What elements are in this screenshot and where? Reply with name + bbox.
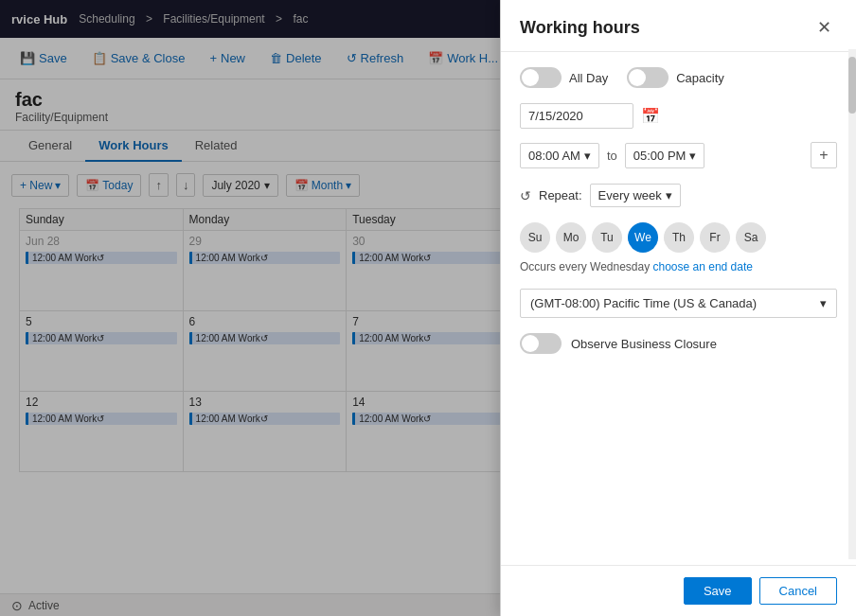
repeat-icon: ↺ (520, 188, 531, 203)
timezone-value: (GMT-08:00) Pacific Time (US & Canada) (530, 296, 757, 310)
panel-body: All Day Capacity 📅 08:00 AM ▾ (501, 52, 856, 565)
all-day-toggle-item: All Day (520, 67, 608, 88)
side-panel: Working hours ✕ All Day Capacity (500, 0, 856, 616)
timezone-chevron: ▾ (820, 296, 827, 310)
add-time-button[interactable]: + (811, 142, 837, 168)
day-saturday[interactable]: Sa (736, 222, 766, 253)
time-from-value: 08:00 AM (528, 149, 580, 163)
day-monday[interactable]: Mo (556, 222, 586, 253)
panel-header: Working hours ✕ (501, 0, 856, 52)
time-to-value: 05:00 PM (633, 149, 687, 163)
business-closure: Observe Business Closure (520, 333, 837, 354)
timezone-select[interactable]: (GMT-08:00) Pacific Time (US & Canada) ▾ (520, 289, 837, 318)
panel-save-button[interactable]: Save (684, 577, 752, 605)
toggle-row: All Day Capacity (520, 67, 837, 88)
date-input[interactable] (520, 103, 633, 129)
capacity-label: Capacity (676, 71, 724, 85)
all-day-label: All Day (569, 71, 608, 85)
date-calendar-icon[interactable]: 📅 (641, 107, 660, 125)
repeat-row: ↺ Repeat: Every week ▾ (520, 184, 837, 207)
main-container: rvice Hub Scheduling > Facilities/Equipm… (0, 0, 856, 616)
time-to-chevron: ▾ (689, 149, 696, 163)
repeat-value: Every week (598, 188, 662, 202)
day-sunday[interactable]: Su (520, 222, 550, 253)
occurs-label: Occurs every Wednesday (520, 260, 650, 273)
all-day-knob (522, 69, 539, 86)
day-tuesday[interactable]: Tu (592, 222, 622, 253)
repeat-select[interactable]: Every week ▾ (590, 184, 681, 207)
business-closure-toggle[interactable] (520, 333, 562, 354)
all-day-toggle[interactable] (520, 67, 562, 88)
capacity-toggle-item: Capacity (627, 67, 724, 88)
time-to-select[interactable]: 05:00 PM ▾ (625, 143, 705, 168)
date-field: 📅 (520, 103, 837, 129)
occurs-text: Occurs every Wednesday choose an end dat… (520, 260, 837, 273)
day-friday[interactable]: Fr (700, 222, 730, 253)
modal-overlay (0, 0, 500, 616)
capacity-toggle[interactable] (627, 67, 669, 88)
repeat-chevron: ▾ (666, 188, 672, 202)
panel-scrollbar[interactable] (848, 49, 856, 559)
capacity-knob (629, 69, 646, 86)
panel-scrollbar-thumb (848, 57, 856, 114)
close-button[interactable]: ✕ (811, 15, 837, 40)
time-separator: to (607, 149, 617, 163)
day-thursday[interactable]: Th (664, 222, 694, 253)
day-wednesday[interactable]: We (628, 222, 658, 253)
business-closure-label: Observe Business Closure (571, 337, 717, 351)
time-from-select[interactable]: 08:00 AM ▾ (520, 143, 599, 168)
choose-end-date-link[interactable]: choose an end date (653, 260, 753, 273)
business-closure-knob (522, 335, 539, 352)
panel-cancel-button[interactable]: Cancel (759, 577, 837, 605)
panel-footer: Save Cancel (501, 565, 856, 616)
repeat-label: Repeat: (539, 188, 582, 202)
time-row: 08:00 AM ▾ to 05:00 PM ▾ + (520, 142, 837, 168)
panel-title: Working hours (520, 18, 640, 38)
time-from-chevron: ▾ (584, 149, 591, 163)
days-row: Su Mo Tu We Th Fr Sa (520, 222, 837, 253)
